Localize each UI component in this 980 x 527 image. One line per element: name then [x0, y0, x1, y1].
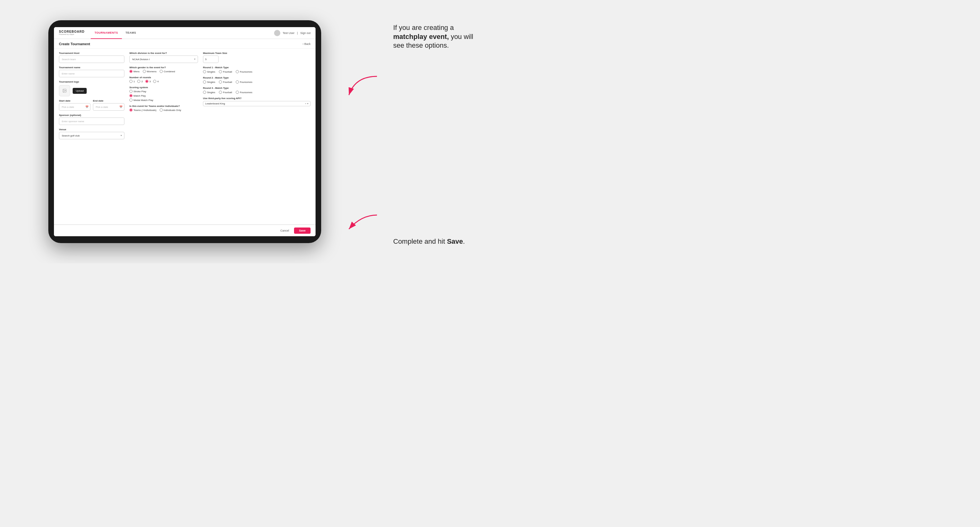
sign-out-link[interactable]: Sign out: [300, 32, 310, 35]
tournament-host-input[interactable]: [59, 56, 124, 63]
scoring-match-play[interactable]: Match Play: [129, 94, 198, 97]
round2-fourball[interactable]: Fourball: [219, 80, 232, 84]
gender-mens[interactable]: Mens: [129, 70, 140, 73]
user-name: Test User: [283, 32, 295, 35]
round3-fourball-label: Fourball: [223, 91, 232, 94]
round-2[interactable]: 2: [137, 80, 143, 83]
tournament-logo-label: Tournament logo: [59, 80, 124, 83]
sponsor-input[interactable]: [59, 117, 124, 125]
scoring-group: Scoring system Stroke Play Match Play: [129, 86, 198, 102]
round1-foursomes-radio[interactable]: [236, 70, 239, 73]
teams-radio[interactable]: [129, 108, 132, 111]
max-team-size-group: Maximum Team Size: [203, 52, 310, 63]
round3-match-label: Round 3 - Match Type: [203, 87, 310, 89]
dates-group: Start date 📅 End date 📅: [59, 99, 124, 111]
round1-fourball[interactable]: Fourball: [219, 70, 232, 73]
scoring-match-radio[interactable]: [129, 94, 132, 97]
round1-singles-radio[interactable]: [203, 70, 206, 73]
max-team-size-label: Maximum Team Size: [203, 52, 310, 54]
rounds-3-radio[interactable]: [145, 80, 148, 83]
teams-individuals-label: Is this event for Teams and/or Individua…: [129, 105, 198, 108]
rounds-1-radio[interactable]: [129, 80, 132, 83]
round2-foursomes[interactable]: Foursomes: [236, 80, 252, 84]
scoring-medal-match[interactable]: Medal Match Play: [129, 98, 198, 102]
tournament-name-input[interactable]: [59, 70, 124, 77]
gender-radio-group: Mens Womens Combined: [129, 70, 198, 73]
round-3[interactable]: 3: [145, 80, 151, 83]
venue-select[interactable]: Search golf club: [59, 132, 124, 139]
rounds-2-radio[interactable]: [137, 80, 140, 83]
round3-fourball[interactable]: Fourball: [219, 91, 232, 94]
scoring-radio-group: Stroke Play Match Play Medal Match Play: [129, 90, 198, 102]
tablet-frame: SCOREBOARD Powered by clippit TOURNAMENT…: [48, 20, 321, 243]
logo-upload-area: Upload: [59, 85, 124, 96]
nav-tab-teams[interactable]: TEAMS: [122, 27, 140, 39]
separator: |: [297, 32, 298, 35]
round1-fourball-radio[interactable]: [219, 70, 222, 73]
sponsor-group: Sponsor (optional): [59, 114, 124, 125]
annotation-top: If you are creating a matchplay event, y…: [393, 23, 480, 50]
upload-button[interactable]: Upload: [73, 88, 87, 94]
save-button[interactable]: Save: [294, 227, 310, 234]
form-title: Create Tournament: [59, 42, 90, 46]
gender-mens-label: Mens: [134, 70, 140, 73]
scoring-stroke-radio[interactable]: [129, 90, 132, 93]
scoring-stroke-play[interactable]: Stroke Play: [129, 90, 198, 93]
round2-fourball-radio[interactable]: [219, 80, 222, 84]
gender-combined-radio[interactable]: [160, 70, 163, 73]
round3-fourball-radio[interactable]: [219, 91, 222, 94]
arrow-bottom-icon: [343, 213, 380, 232]
form-container: Create Tournament Back Tournament Host T…: [54, 39, 315, 236]
round2-foursomes-radio[interactable]: [236, 80, 239, 84]
individuals-radio-item[interactable]: Individuals Only: [160, 108, 181, 111]
nav-tabs: TOURNAMENTS TEAMS: [91, 27, 274, 39]
rounds-label: Number of rounds: [129, 76, 198, 79]
round3-singles[interactable]: Singles: [203, 91, 215, 94]
max-team-size-input[interactable]: [203, 56, 219, 63]
nav-right: Test User | Sign out: [274, 30, 310, 36]
back-button[interactable]: Back: [302, 42, 310, 46]
scoring-medal-radio[interactable]: [129, 98, 132, 102]
api-select-wrap[interactable]: Leaderboard King × ▾: [203, 101, 310, 106]
division-select[interactable]: NCAA Division I NCAA Division II NCAA Di…: [129, 56, 198, 63]
round2-singles[interactable]: Singles: [203, 80, 215, 84]
round1-match-type-section: Round 1 - Match Type Singles Fourball: [203, 66, 310, 73]
venue-group: Venue Search golf club: [59, 128, 124, 139]
round2-match-type-section: Round 2 - Match Type Singles Fourball: [203, 76, 310, 84]
round-4[interactable]: 4: [153, 80, 158, 83]
gender-combined[interactable]: Combined: [160, 70, 175, 73]
rounds-4-radio[interactable]: [153, 80, 156, 83]
round3-foursomes-radio[interactable]: [236, 91, 239, 94]
col-mid: Which division is the event for? NCAA Di…: [129, 52, 198, 221]
individuals-radio[interactable]: [160, 108, 163, 111]
api-close-icon[interactable]: × ▾: [305, 102, 309, 105]
round1-singles[interactable]: Singles: [203, 70, 215, 73]
gender-group: Which gender is the event for? Mens Wome…: [129, 66, 198, 73]
sponsor-label: Sponsor (optional): [59, 114, 124, 117]
round1-fourball-label: Fourball: [223, 70, 232, 73]
venue-select-wrap: Search golf club: [59, 132, 124, 139]
round3-foursomes[interactable]: Foursomes: [236, 91, 252, 94]
round3-singles-radio[interactable]: [203, 91, 206, 94]
round1-match-label: Round 1 - Match Type: [203, 66, 310, 69]
gender-mens-radio[interactable]: [129, 70, 132, 73]
end-date-input[interactable]: [93, 103, 124, 111]
division-label: Which division is the event for?: [129, 52, 198, 54]
rounds-2-label: 2: [141, 80, 143, 83]
avatar: [274, 30, 280, 36]
gender-womens[interactable]: Womens: [143, 70, 156, 73]
start-date-input[interactable]: [59, 103, 91, 111]
arrow-top-icon: [343, 75, 380, 100]
round1-foursomes[interactable]: Foursomes: [236, 70, 252, 73]
col-right: Maximum Team Size Round 1 - Match Type S…: [203, 52, 310, 221]
round1-foursomes-label: Foursomes: [240, 70, 252, 73]
cancel-button[interactable]: Cancel: [278, 228, 291, 233]
nav-tab-tournaments[interactable]: TOURNAMENTS: [91, 27, 122, 39]
round-1[interactable]: 1: [129, 80, 135, 83]
round1-match-options: Singles Fourball Foursomes: [203, 70, 310, 73]
teams-radio-item[interactable]: Teams (+Individuals): [129, 108, 156, 111]
navbar: SCOREBOARD Powered by clippit TOURNAMENT…: [54, 27, 315, 39]
round2-singles-radio[interactable]: [203, 80, 206, 84]
gender-womens-radio[interactable]: [143, 70, 146, 73]
rounds-radio-group: 1 2 3 4: [129, 80, 198, 83]
